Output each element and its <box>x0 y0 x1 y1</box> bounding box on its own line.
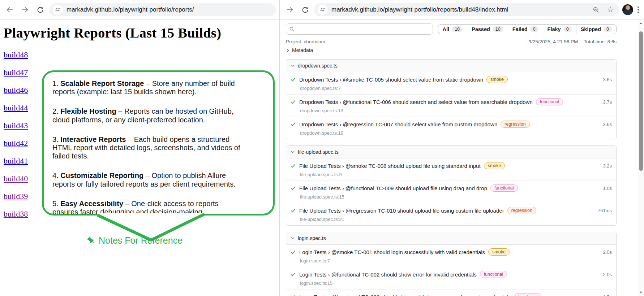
report-header: All10Passed10Failed0Flaky0Skipped0 <box>286 23 617 35</box>
run-times: 9/25/2025, 4:21:56 PM Total time: 8.6s <box>529 39 617 44</box>
pass-check-icon <box>291 208 296 213</box>
search-input[interactable] <box>297 26 430 32</box>
desktop: markadvk.github.io/playwright-portfolio/… <box>0 0 644 296</box>
pass-check-icon <box>291 272 296 277</box>
scroll-down-arrow-icon[interactable]: ▼ <box>638 290 644 295</box>
test-row[interactable]: File Upload Tests › @smoke TC-008 should… <box>286 158 616 181</box>
test-row-main: File Upload Tests › @regression TC-010 s… <box>291 207 612 214</box>
forward-button[interactable] <box>19 4 31 16</box>
build-link[interactable]: build46 <box>4 86 28 95</box>
group-header[interactable]: dropdown.spec.ts <box>286 60 616 72</box>
tag-badge: functional <box>480 271 507 278</box>
scrollbar-thumb[interactable] <box>639 31 643 171</box>
back-button[interactable] <box>4 4 16 16</box>
filter-flaky[interactable]: Flaky0 <box>543 25 576 34</box>
build-link[interactable]: build40 <box>4 174 28 183</box>
pass-check-icon <box>291 294 296 296</box>
test-row-main: Login Tests › @smoke TC-001 should login… <box>291 248 612 256</box>
test-group: login.spec.tsLogin Tests › @smoke TC-001… <box>286 232 617 296</box>
test-title: Login Tests › @functional TC-003 should … <box>299 294 511 296</box>
test-title: File Upload Tests › @regression TC-010 s… <box>299 208 504 214</box>
test-groups: dropdown.spec.tsDropdown Tests › @smoke … <box>286 59 617 296</box>
build-link[interactable]: build43 <box>4 121 28 130</box>
test-title: Dropdown Tests › @regression TC-007 shou… <box>299 121 497 127</box>
build-link[interactable]: build47 <box>4 68 28 77</box>
site-settings-icon[interactable] <box>318 5 328 15</box>
left-url-text[interactable]: markadvk.github.io/playwright-portfolio/… <box>66 6 272 13</box>
test-row-main: Login Tests › @functional TC-003 should … <box>291 293 612 296</box>
test-duration: 3.6s <box>603 122 612 127</box>
filter-skipped[interactable]: Skipped0 <box>576 25 616 34</box>
test-row[interactable]: Login Tests › @functional TC-003 should … <box>286 290 616 296</box>
pass-check-icon <box>291 122 296 127</box>
bookmark-star-icon[interactable]: ☆ <box>605 6 616 14</box>
test-row[interactable]: Login Tests › @functional TC-002 should … <box>286 267 616 290</box>
build-link[interactable]: build44 <box>4 103 28 113</box>
test-location: login.spec.ts:15 <box>300 280 612 286</box>
test-row[interactable]: Dropdown Tests › @regression TC-007 shou… <box>286 117 616 139</box>
filter-label: Failed <box>512 26 528 32</box>
test-title: File Upload Tests › @smoke TC-008 should… <box>299 163 481 169</box>
build-link[interactable]: build39 <box>4 192 28 201</box>
right-url-text[interactable]: markadvk.github.io/playwright-portfolio/… <box>331 6 587 13</box>
pass-check-icon <box>291 77 296 82</box>
project-label: Project: chromium <box>286 39 325 44</box>
note-title: Scalable Report Storage <box>60 79 144 87</box>
forward-button[interactable] <box>284 4 296 16</box>
pass-check-icon <box>291 163 296 169</box>
left-toolbar: markadvk.github.io/playwright-portfolio/… <box>0 0 279 20</box>
filter-all[interactable]: All10 <box>438 25 467 34</box>
pushpin-icon <box>85 234 98 247</box>
note-item: 2. Flexible Hosting – Reports can be hos… <box>52 107 242 124</box>
filter-count-badge: 10 <box>493 26 503 32</box>
filter-label: All <box>443 26 450 32</box>
browser-menu-icon[interactable] <box>636 5 640 14</box>
zoom-out-icon[interactable] <box>591 6 601 13</box>
test-title: Dropdown Tests › @functional TC-006 shou… <box>299 99 533 105</box>
build-link[interactable]: build38 <box>4 209 28 219</box>
group-header[interactable]: file-upload.spec.ts <box>286 146 616 158</box>
report-scrollbar[interactable]: ▲ ▼ <box>638 20 644 296</box>
test-duration: 751ms <box>598 208 612 213</box>
tag-badge: functional <box>536 98 563 105</box>
note-number: 3. <box>52 135 59 143</box>
build-link[interactable]: build42 <box>4 139 28 148</box>
back-arrow-icon <box>6 6 14 14</box>
build-link[interactable]: build48 <box>4 50 28 60</box>
site-settings-icon[interactable] <box>53 5 63 15</box>
tag-badge: regression <box>501 121 529 128</box>
note-title: Interactive Reports <box>60 135 126 143</box>
filter-passed[interactable]: Passed10 <box>467 25 508 34</box>
tag-badge: smoke <box>488 248 510 256</box>
note-item: 4. Customizable Reporting – Option to pu… <box>52 171 242 188</box>
test-row[interactable]: File Upload Tests › @regression TC-010 s… <box>286 203 616 225</box>
scroll-up-arrow-icon[interactable]: ▲ <box>638 21 644 25</box>
playwright-report: All10Passed10Failed0Flaky0Skipped0 Proje… <box>280 20 644 296</box>
test-row[interactable]: Dropdown Tests › @smoke TC-005 should se… <box>286 72 616 95</box>
forward-arrow-icon <box>286 6 294 14</box>
test-location: file-upload.spec.ts:15 <box>300 194 612 200</box>
filter-failed[interactable]: Failed0 <box>508 25 543 34</box>
test-location: dropdown.spec.ts:19 <box>300 130 612 136</box>
reload-icon <box>301 6 309 14</box>
chevron-down-icon <box>291 150 295 154</box>
right-address-bar[interactable]: markadvk.github.io/playwright-portfolio/… <box>314 3 619 16</box>
note-number: 2. <box>52 107 59 115</box>
build-link[interactable]: build41 <box>4 156 28 166</box>
group-file-name: login.spec.ts <box>298 235 326 241</box>
test-row[interactable]: Dropdown Tests › @functional TC-006 shou… <box>286 95 616 117</box>
profile-avatar[interactable] <box>622 4 633 15</box>
test-row[interactable]: Login Tests › @smoke TC-001 should login… <box>286 245 616 267</box>
metadata-toggle[interactable]: Metadata <box>286 47 617 53</box>
search-box[interactable] <box>286 23 433 35</box>
test-row[interactable]: File Upload Tests › @functional TC-009 s… <box>286 181 616 203</box>
test-title: Dropdown Tests › @smoke TC-005 should se… <box>299 77 483 83</box>
test-row-main: Dropdown Tests › @functional TC-006 shou… <box>291 98 612 105</box>
pass-check-icon <box>291 186 296 191</box>
group-header[interactable]: login.spec.ts <box>286 232 616 245</box>
group-file-name: dropdown.spec.ts <box>298 63 338 69</box>
reload-button[interactable] <box>34 4 46 16</box>
note-title: Easy Accessibility <box>60 200 123 208</box>
reload-button[interactable] <box>299 4 311 16</box>
left-address-bar[interactable]: markadvk.github.io/playwright-portfolio/… <box>49 3 276 16</box>
